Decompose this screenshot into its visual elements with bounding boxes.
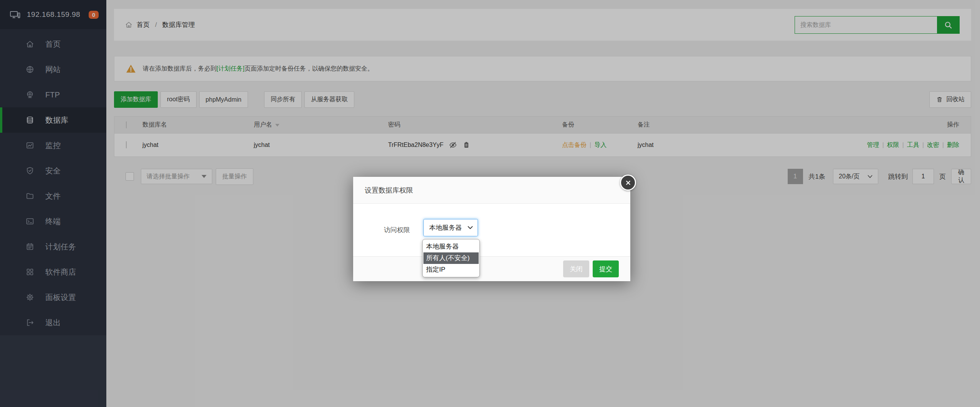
modal-body: 访问权限 本地服务器 xyxy=(353,204,630,256)
modal-cancel-button[interactable]: 关闭 xyxy=(563,260,589,277)
modal-footer: 关闭 提交 xyxy=(353,256,630,281)
modal-title: 设置数据库权限 xyxy=(365,186,413,195)
permission-dropdown-list: 本地服务器 所有人(不安全) 指定IP xyxy=(422,239,480,277)
option-specific-ip[interactable]: 指定IP xyxy=(423,264,479,275)
option-local-server[interactable]: 本地服务器 xyxy=(423,241,479,252)
modal-submit-button[interactable]: 提交 xyxy=(593,260,619,277)
select-value: 本地服务器 xyxy=(429,223,462,232)
access-permission-select[interactable]: 本地服务器 xyxy=(423,219,478,236)
set-permission-modal: 设置数据库权限 访问权限 本地服务器 关闭 提交 本地服务器 所有人(不安全) … xyxy=(353,177,630,281)
option-everyone-unsafe[interactable]: 所有人(不安全) xyxy=(423,252,479,264)
modal-close-button[interactable] xyxy=(620,175,636,191)
chevron-down-icon xyxy=(468,226,473,229)
access-permission-label: 访问权限 xyxy=(384,204,410,256)
modal-header: 设置数据库权限 xyxy=(353,177,630,204)
